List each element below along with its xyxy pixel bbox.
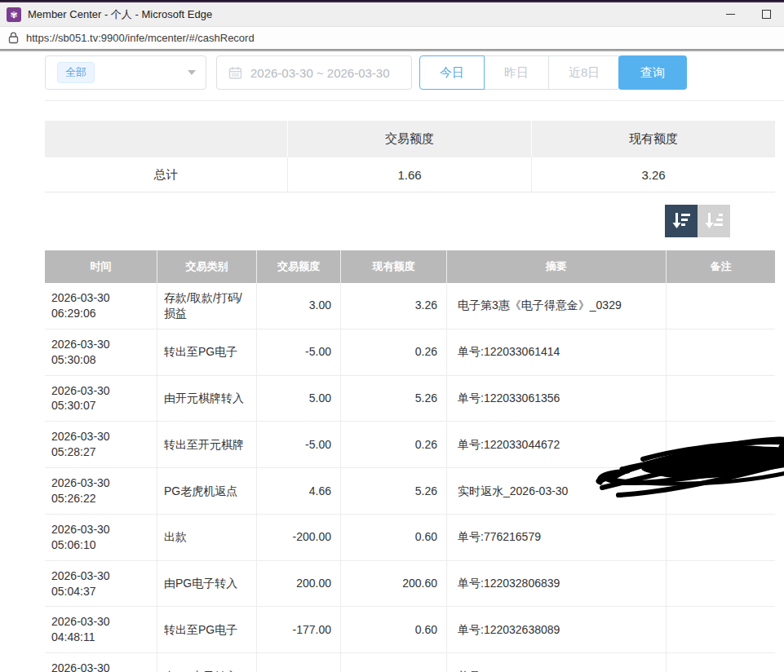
maximize-button[interactable] — [748, 2, 784, 26]
table-cell: 2026-03-30 04:46:52 — [45, 653, 157, 672]
table-cell: PG老虎机返点 — [157, 468, 257, 514]
table-cell: 5.26 — [341, 468, 447, 514]
summary-header-current-amount: 现有额度 — [532, 121, 775, 157]
cash-record-page: 全部 2026-03-30 ~ 2026-03-30 今日 昨日 近8日 查询 … — [0, 51, 784, 672]
table-cell: 2026-03-30 05:04:37 — [45, 561, 157, 607]
table-cell: 由PG电子转入 — [157, 653, 257, 672]
query-button[interactable]: 查询 — [618, 55, 687, 90]
table-cell: 3.26 — [341, 283, 447, 329]
quick-date-buttons: 今日 昨日 近8日 — [419, 55, 620, 90]
summary-total-label: 总计 — [45, 157, 288, 192]
summary-header-empty — [45, 121, 288, 157]
table-cell: 0.26 — [341, 329, 447, 375]
transactions-header-row: 时间 交易类别 交易额度 现有额度 摘要 备注 — [45, 250, 775, 283]
last-8-days-button[interactable]: 近8日 — [549, 55, 620, 90]
table-cell: 5.26 — [341, 376, 447, 422]
table-row: 2026-03-30 05:26:22PG老虎机返点4.665.26实时返水_2… — [45, 468, 775, 515]
summary-header-trade-amount: 交易额度 — [288, 121, 532, 157]
table-cell — [667, 422, 775, 467]
table-cell: 177.60 — [341, 653, 447, 672]
table-row: 2026-03-30 06:29:06存款/取款/打码/损益3.003.26电子… — [45, 283, 775, 329]
table-cell: 出款 — [157, 515, 257, 560]
table-cell — [667, 561, 775, 607]
table-cell: -5.00 — [257, 329, 341, 375]
table-cell: 由PG电子转入 — [157, 561, 257, 607]
table-cell: 200.60 — [341, 561, 447, 607]
col-header-type: 交易类别 — [157, 250, 257, 283]
table-cell: 单号:776216579 — [447, 515, 667, 560]
table-cell: 200.00 — [257, 561, 341, 607]
table-cell: 2026-03-30 05:30:08 — [45, 329, 157, 375]
table-cell: 177.00 — [257, 653, 341, 672]
divider — [45, 100, 784, 101]
table-cell: 5.00 — [257, 376, 341, 422]
table-row: 2026-03-30 04:46:52由PG电子转入177.00177.60单号… — [45, 653, 775, 672]
table-cell: 2026-03-30 06:29:06 — [45, 283, 157, 329]
table-cell: 单号:122032638089 — [447, 607, 667, 652]
table-row: 2026-03-30 05:30:08转出至PG电子-5.000.26单号:12… — [45, 329, 775, 376]
table-row: 2026-03-30 05:04:37由PG电子转入200.00200.60单号… — [45, 561, 775, 608]
table-cell: 0.26 — [341, 422, 447, 467]
summary-total-row: 总计 1.66 3.26 — [45, 157, 775, 192]
table-row: 2026-03-30 04:48:11转出至PG电子-177.000.60单号:… — [45, 607, 775, 653]
summary-current-amount-value: 3.26 — [532, 157, 775, 192]
table-cell: 2026-03-30 05:30:07 — [45, 376, 157, 422]
minimize-icon — [726, 14, 735, 15]
table-cell — [667, 653, 775, 672]
table-cell: 2026-03-30 05:26:22 — [45, 468, 157, 514]
chevron-down-icon — [188, 70, 196, 75]
sort-ascending-button[interactable] — [698, 205, 730, 237]
transaction-type-select[interactable]: 全部 — [45, 55, 206, 90]
table-cell — [667, 283, 775, 329]
col-header-current-amount: 现有额度 — [341, 250, 447, 283]
maximize-icon — [762, 10, 771, 19]
table-cell: 单号:122032806839 — [447, 561, 667, 607]
table-cell: 单号:122033061414 — [447, 329, 667, 375]
table-cell: -177.00 — [257, 607, 341, 652]
calendar-icon — [228, 66, 242, 80]
sort-descending-button[interactable] — [665, 205, 698, 237]
table-cell: 单号:122033061356 — [447, 376, 667, 422]
sort-ascending-icon — [703, 210, 724, 232]
table-cell: 2026-03-30 04:48:11 — [45, 607, 157, 652]
summary-header-row: 交易额度 现有额度 — [45, 121, 775, 157]
sort-descending-icon — [671, 210, 692, 232]
table-cell: 转出至开元棋牌 — [157, 422, 257, 467]
table-cell: 3.00 — [257, 283, 341, 329]
table-cell: -200.00 — [257, 515, 341, 560]
table-row: 2026-03-30 05:06:10出款-200.000.60单号:77621… — [45, 515, 775, 561]
table-row: 2026-03-30 05:28:27转出至开元棋牌-5.000.26单号:12… — [45, 422, 775, 468]
date-range-input[interactable]: 2026-03-30 ~ 2026-03-30 — [216, 55, 412, 90]
minimize-button[interactable] — [712, 2, 748, 26]
table-cell: 0.60 — [341, 515, 447, 560]
table-cell — [667, 329, 775, 375]
today-button[interactable]: 今日 — [419, 55, 485, 90]
titlebar: ✾ Member Center - 个人 - Microsoft Edge — [0, 2, 784, 26]
url-bar[interactable]: https://sb051.tv:9900/infe/mcenter/#/cas… — [0, 26, 784, 49]
lock-icon — [8, 32, 19, 44]
col-header-summary: 摘要 — [447, 250, 667, 283]
table-row: 2026-03-30 05:30:07由开元棋牌转入5.005.26单号:122… — [45, 376, 775, 422]
table-cell: 2026-03-30 05:28:27 — [45, 422, 157, 467]
table-cell: 电子第3惠《电子得意金》_0329 — [447, 283, 667, 329]
table-cell: 转出至PG电子 — [157, 329, 257, 375]
table-cell: 实时返水_2026-03-30 — [447, 468, 667, 514]
filter-bar: 全部 2026-03-30 ~ 2026-03-30 今日 昨日 近8日 查询 — [45, 55, 775, 90]
table-cell — [667, 515, 775, 560]
selected-type-tag: 全部 — [57, 62, 95, 83]
table-cell: 单号:122032624257 — [447, 653, 667, 672]
table-cell: 由开元棋牌转入 — [157, 376, 257, 422]
table-cell — [667, 607, 775, 652]
col-header-time: 时间 — [45, 250, 157, 283]
table-cell: 存款/取款/打码/损益 — [157, 283, 257, 329]
window-title: Member Center - 个人 - Microsoft Edge — [28, 7, 212, 22]
table-cell: 2026-03-30 05:06:10 — [45, 515, 157, 560]
table-cell: 转出至PG电子 — [157, 607, 257, 652]
summary-trade-amount-value: 1.66 — [288, 157, 532, 192]
table-cell: 单号:122033044672 — [447, 422, 667, 467]
table-cell — [667, 376, 775, 422]
transactions-body: 2026-03-30 06:29:06存款/取款/打码/损益3.003.26电子… — [45, 283, 775, 672]
summary-table: 交易额度 现有额度 总计 1.66 3.26 — [45, 121, 775, 192]
yesterday-button[interactable]: 昨日 — [485, 55, 549, 90]
table-cell: -5.00 — [257, 422, 341, 467]
